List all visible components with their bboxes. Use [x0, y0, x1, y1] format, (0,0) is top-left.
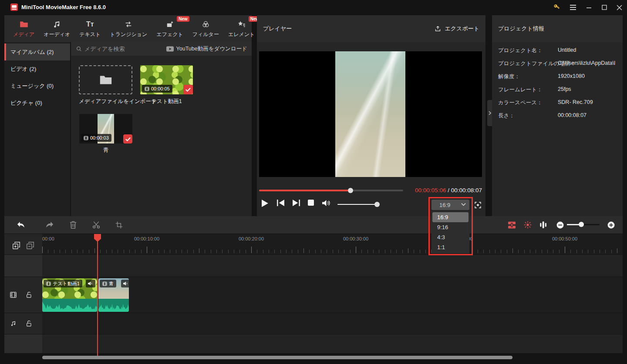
app-window: MiniTool MovieMaker Free 8.6.0 メディア オーディ…: [0, 0, 627, 364]
app-logo-icon: [10, 3, 18, 11]
tab-text[interactable]: Tт テキスト: [76, 17, 104, 40]
clip-waveform: [42, 299, 97, 312]
remove-track-icon[interactable]: [26, 241, 34, 250]
youtube-download-button[interactable]: YouTube動画をダウンロード: [166, 42, 247, 56]
aspect-option-9-16[interactable]: 9:16: [432, 222, 469, 232]
audio-track-icon[interactable]: [10, 320, 17, 327]
add-track-icon[interactable]: [12, 241, 20, 250]
library-sidebar: マイアルバム (2) ビデオ (2) ミュージック (0) ピクチャ (0): [4, 42, 70, 216]
video-preview: [259, 51, 482, 177]
framerate-value: 25fps: [558, 86, 571, 92]
split-marker-icon[interactable]: [523, 220, 532, 229]
clip-waveform: [98, 299, 129, 312]
selected-check-badge[interactable]: [183, 85, 193, 94]
menu-icon[interactable]: [569, 3, 577, 12]
track-manage-area: [4, 234, 42, 254]
zoom-in-icon[interactable]: [607, 220, 615, 229]
selected-check-badge[interactable]: [123, 134, 132, 144]
film-icon: [145, 87, 149, 91]
title-bar: MiniTool MovieMaker Free 8.6.0: [0, 0, 627, 14]
timeline-clip-test-video1[interactable]: テスト動画1: [42, 278, 97, 312]
media-item-blue[interactable]: 00:00:03: [79, 114, 132, 144]
aspect-ratio-dropdown[interactable]: 16:9: [431, 200, 469, 210]
film-icon: [102, 281, 107, 286]
audio-track-header: [4, 313, 42, 334]
clip-name-badge: テスト動画1: [44, 280, 82, 287]
sidebar-item-picture[interactable]: ピクチャ (0): [4, 94, 70, 111]
timeline-zoom-slider[interactable]: [567, 224, 600, 225]
panel-collapse-handle[interactable]: [487, 100, 492, 126]
duration-badge: 00:00:03: [81, 134, 111, 142]
export-button[interactable]: エクスポート: [435, 15, 479, 42]
preview-video-frame: [335, 51, 405, 177]
timeline-toolbar: [4, 216, 623, 234]
chevron-down-icon: [461, 203, 466, 206]
audio-track-area[interactable]: [42, 313, 623, 334]
tab-audio[interactable]: オーディオ: [40, 17, 74, 40]
redo-icon[interactable]: [45, 220, 54, 229]
import-media-dropzone[interactable]: [79, 65, 132, 94]
star-element-icon: [237, 20, 246, 29]
window-title: MiniTool MovieMaker Free 8.6.0: [21, 0, 106, 14]
time-separator: /: [446, 187, 451, 194]
ruler-ticks: [42, 234, 623, 254]
video-track-area[interactable]: [42, 277, 623, 313]
minimize-button[interactable]: [584, 3, 593, 12]
aspect-option-16-9[interactable]: 16:9: [432, 212, 469, 222]
video-track-lock-icon[interactable]: [26, 291, 32, 298]
undo-icon[interactable]: [17, 220, 26, 229]
clip-name-badge: 青: [100, 280, 116, 287]
zoom-slider-handle[interactable]: [579, 222, 584, 227]
search-icon: [76, 46, 82, 52]
previous-frame-button[interactable]: [277, 200, 284, 206]
media-folder-icon: [20, 20, 28, 29]
aspect-option-4-3[interactable]: 4:3: [432, 232, 469, 242]
tab-media[interactable]: メディア: [10, 17, 38, 40]
playhead-line[interactable]: [97, 234, 98, 356]
aspect-option-1-1[interactable]: 1:1: [432, 242, 469, 252]
clip-audio-icon[interactable]: [86, 280, 95, 287]
video-track-icon[interactable]: [10, 291, 17, 298]
stop-button[interactable]: [308, 200, 314, 206]
colorspace-label: カラースペース：: [498, 99, 542, 107]
sidebar-item-my-album[interactable]: マイアルバム (2): [4, 43, 70, 60]
transition-arrows-icon: [124, 20, 133, 29]
project-name-value: Untitled: [558, 47, 576, 53]
ribbon: メディア オーディオ Tт テキスト トランジション New エフェクト フィル…: [4, 15, 252, 42]
sidebar-item-video[interactable]: ビデオ (2): [4, 60, 70, 77]
tab-filter[interactable]: フィルター: [189, 17, 222, 40]
delete-icon[interactable]: [69, 220, 78, 229]
progress-handle[interactable]: [348, 188, 353, 193]
playback-progress-bar[interactable]: [259, 190, 403, 191]
sidebar-item-music[interactable]: ミュージック (0): [4, 77, 70, 94]
media-search-input[interactable]: メディアを検索 YouTube動画をダウンロード: [71, 42, 252, 56]
next-frame-button[interactable]: [293, 200, 300, 206]
timeline-clip-blue[interactable]: 青: [98, 278, 129, 312]
audio-waveform-icon[interactable]: [539, 220, 547, 229]
zoom-out-icon[interactable]: [556, 220, 564, 229]
media-item-test-video1[interactable]: 00:00:05: [140, 65, 193, 94]
audio-track-lock-icon[interactable]: [26, 320, 32, 327]
music-note-icon: [53, 20, 61, 29]
volume-handle[interactable]: [374, 202, 380, 207]
player-panel: プレイヤー エクスポート 00:00:05:06 / 00:00:08:07: [257, 15, 485, 216]
volume-icon[interactable]: [322, 200, 330, 207]
project-info-panel: プロジェクト情報 プロジェクト名：Untitled プロジェクトファイルの場所：…: [492, 15, 623, 216]
split-scissors-icon[interactable]: [92, 220, 101, 229]
zoom-to-fit-icon[interactable]: [507, 220, 516, 229]
tab-elements[interactable]: New エレメント: [225, 17, 258, 40]
tab-effects[interactable]: New エフェクト: [153, 17, 186, 40]
crop-icon[interactable]: [115, 220, 123, 229]
clip-audio-icon[interactable]: [121, 280, 129, 287]
license-key-icon[interactable]: [553, 3, 562, 12]
resolution-value: 1920x1080: [558, 73, 585, 79]
play-button[interactable]: [262, 200, 268, 207]
maximize-button[interactable]: [600, 3, 609, 12]
resolution-label: 解像度：: [498, 73, 520, 80]
tab-transition[interactable]: トランジション: [106, 17, 151, 40]
volume-slider[interactable]: [337, 204, 379, 205]
close-button[interactable]: [615, 3, 624, 12]
import-label: メディアファイルをインポート: [79, 98, 132, 105]
timeline-horizontal-scrollbar[interactable]: [42, 356, 512, 359]
fullscreen-icon[interactable]: [474, 201, 482, 209]
